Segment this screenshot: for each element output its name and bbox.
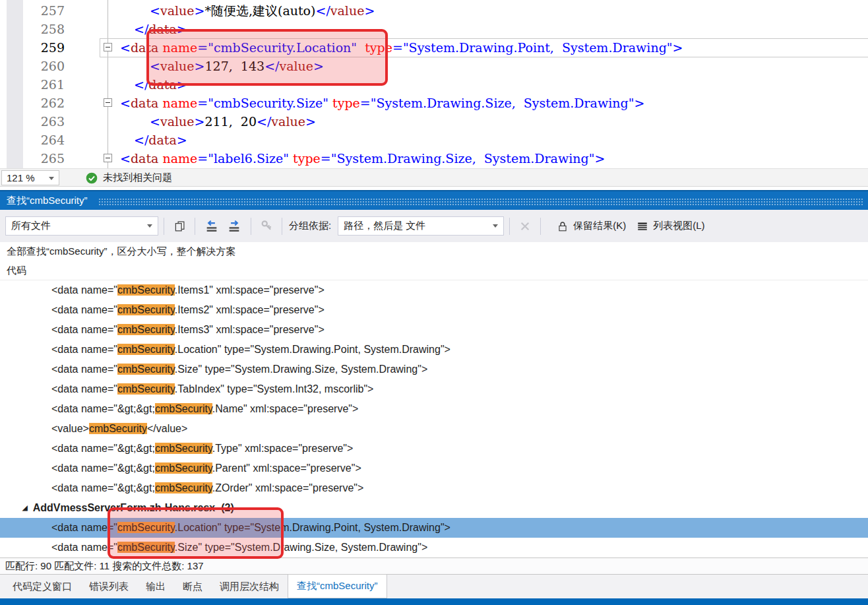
code-editor[interactable]: 257<value>*随便选,建议(auto)</value>258</data… (0, 0, 868, 168)
result-row[interactable]: <data name="&gt;&gt;cmbSecurity.Parent" … (0, 459, 868, 478)
close-x-icon (520, 221, 530, 232)
match-highlight: cmbSecurity (117, 324, 175, 335)
zoom-level-dropdown[interactable]: 121 % (1, 170, 59, 185)
line-number: 262 (25, 94, 65, 112)
result-text: <data name=" (51, 284, 117, 296)
group-file-name: AddVmessServerForm.zh-Hans.resx (2) (33, 502, 234, 513)
result-row[interactable]: <data name="&gt;&gt;cmbSecurity.Type" xm… (0, 439, 868, 459)
bottom-tab[interactable]: 调用层次结构 (211, 575, 288, 598)
result-text: .Size" type="System.Drawing.Size, System… (175, 542, 427, 553)
match-highlight: cmbSecurity (117, 304, 175, 315)
code-text: </data> (134, 75, 187, 94)
result-text: .Location" type="System.Drawing.Point, S… (175, 522, 450, 533)
find-results-title-bar[interactable]: 查找“cmbSecurity” (0, 190, 868, 210)
editor-bottom-bar: 121 % 未找到相关问题 (0, 168, 868, 187)
result-row[interactable]: <data name="&gt;&gt;cmbSecurity.Name" xm… (0, 399, 868, 419)
result-text: .Items3" xml:space="preserve"> (175, 324, 325, 335)
toolbar-separator (509, 218, 510, 235)
green-check-circle-icon[interactable] (86, 172, 98, 184)
find-results-toolbar: 所有文件 (0, 210, 868, 242)
lock-icon (557, 220, 569, 232)
editor-line[interactable]: 261</data> (0, 75, 868, 94)
result-row[interactable]: <data name="cmbSecurity.Size" type="Syst… (0, 538, 868, 557)
result-row[interactable]: <data name="cmbSecurity.Items3" xml:spac… (0, 320, 868, 340)
bottom-tab[interactable]: 输出 (137, 575, 174, 598)
clear-results-button[interactable] (515, 217, 535, 236)
key-icon (259, 219, 274, 234)
result-text: <value> (51, 423, 89, 434)
group-by-label: 分组依据: (289, 220, 331, 232)
result-row[interactable]: <data name="cmbSecurity.Items1" xml:spac… (0, 280, 868, 300)
editor-line[interactable]: 260<value>127, 143</value> (0, 57, 868, 75)
result-row[interactable]: <data name="&gt;&gt;cmbSecurity.ZOrder" … (0, 478, 868, 498)
result-text: <data name="&gt;&gt; (51, 443, 155, 454)
result-row[interactable]: <data name="cmbSecurity.Items2" xml:spac… (0, 300, 868, 320)
bottom-tab-strip: 代码定义窗口错误列表输出断点调用层次结构查找“cmbSecurity” (0, 575, 868, 598)
editor-line[interactable]: 259<data name="cmbSecurity.Location" typ… (0, 38, 868, 57)
line-number: 258 (25, 20, 65, 38)
line-number: 259 (25, 38, 65, 57)
line-number: 264 (25, 131, 65, 149)
result-text: .Type" xml:space="preserve"> (212, 443, 354, 454)
match-highlight: cmbSecurity (155, 462, 212, 474)
list-view-button[interactable]: 列表视图(L) (636, 220, 704, 232)
result-text: <data name="&gt;&gt; (51, 403, 155, 414)
result-text: <data name="&gt;&gt; (51, 482, 155, 494)
search-summary: 全部查找“cmbSecurity”，区分大小写，整个解决方案 (0, 242, 868, 261)
bottom-tab[interactable]: 查找“cmbSecurity” (288, 575, 387, 598)
status-bar (0, 598, 868, 605)
match-highlight: cmbSecurity (117, 284, 175, 296)
editor-line[interactable]: 257<value>*随便选,建议(auto)</value> (0, 1, 868, 20)
bottom-tab[interactable]: 代码定义窗口 (4, 575, 80, 598)
result-text: <data name="&gt;&gt; (51, 462, 155, 474)
toolbar-separator (282, 218, 282, 235)
chevron-down-icon (49, 177, 54, 180)
result-text: .Location" type="System.Drawing.Point, S… (175, 344, 450, 355)
editor-line[interactable]: 262<data name="cmbSecurity.Size" type="S… (0, 94, 868, 112)
fold-collapse-button[interactable] (104, 98, 112, 107)
previous-location-button[interactable] (202, 217, 222, 236)
next-location-button[interactable] (224, 217, 244, 236)
line-number: 263 (25, 112, 65, 131)
result-row[interactable]: <data name="cmbSecurity.TabIndex" type="… (0, 379, 868, 399)
bottom-tab[interactable]: 错误列表 (80, 575, 137, 598)
fold-collapse-button[interactable] (104, 43, 112, 51)
bottom-tab[interactable]: 断点 (174, 575, 211, 598)
scope-dropdown[interactable]: 所有文件 (5, 216, 158, 236)
health-status-text: 未找到相关问题 (103, 172, 172, 184)
expanded-triangle-icon[interactable]: ◢ (22, 504, 28, 511)
result-text: .ZOrder" xml:space="preserve"> (212, 482, 364, 494)
previous-location-icon (204, 220, 219, 233)
result-text: .TabIndex" type="System.Int32, mscorlib"… (175, 383, 374, 395)
editor-line[interactable]: 263<value>211, 20</value> (0, 112, 868, 131)
match-highlight: cmbSecurity (117, 344, 175, 355)
result-row[interactable]: <data name="cmbSecurity.Location" type="… (0, 518, 868, 538)
modify-search-button[interactable] (257, 217, 276, 236)
line-number: 261 (25, 75, 65, 94)
copy-results-button[interactable] (170, 217, 189, 236)
results-section-header: 代码 (0, 261, 868, 280)
line-number: 265 (25, 149, 65, 168)
toolbar-separator (164, 218, 164, 235)
result-row[interactable]: <data name="cmbSecurity.Location" type="… (0, 340, 868, 360)
line-number: 257 (25, 1, 65, 20)
keep-results-button[interactable]: 保留结果(K) (557, 220, 626, 232)
result-text: <data name=" (51, 344, 117, 355)
toolbar-separator (195, 218, 195, 235)
result-text: .Name" xml:space="preserve"> (212, 403, 359, 414)
fold-collapse-button[interactable] (104, 154, 112, 162)
code-text: </data> (134, 131, 187, 149)
editor-line[interactable]: 265<data name="label6.Size" type="System… (0, 149, 868, 168)
results-list: <data name="cmbSecurity.Items1" xml:spac… (0, 280, 868, 557)
editor-line[interactable]: 264</data> (0, 131, 868, 149)
zoom-level-value: 121 % (7, 172, 35, 183)
copy-icon (173, 220, 186, 233)
result-group-header[interactable]: ◢AddVmessServerForm.zh-Hans.resx (2) (0, 498, 868, 518)
editor-line[interactable]: 258</data> (0, 20, 868, 38)
result-row[interactable]: <data name="cmbSecurity.Size" type="Syst… (0, 360, 868, 379)
group-by-dropdown[interactable]: 路径，然后是 文件 (338, 216, 504, 236)
match-highlight: cmbSecurity (117, 383, 175, 395)
result-row[interactable]: <value>cmbSecurity</value> (0, 419, 868, 439)
match-statistics: 匹配行: 90 匹配文件: 11 搜索的文件总数: 137 (0, 557, 868, 575)
result-text: <data name=" (51, 383, 117, 395)
